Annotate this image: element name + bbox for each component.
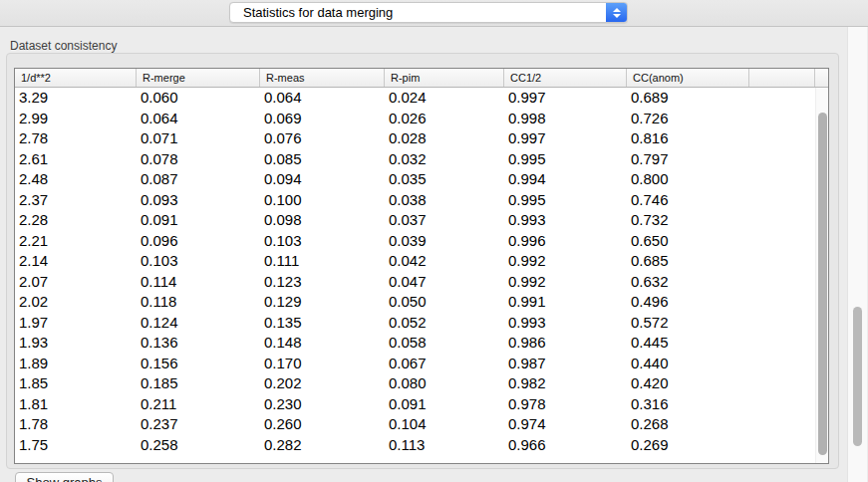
column-header-2[interactable]: R-meas xyxy=(260,69,385,87)
table-cell: 0.113 xyxy=(385,435,504,456)
table-cell: 0.129 xyxy=(260,292,385,313)
table-cell: 0.156 xyxy=(137,354,260,374)
table-scrollbar[interactable] xyxy=(815,88,828,463)
chevron-up-down-icon xyxy=(606,3,627,22)
table-row[interactable]: 1.780.2370.2600.1040.9740.268 xyxy=(15,414,815,435)
table-cell: 0.685 xyxy=(627,251,749,272)
statistics-popup-button[interactable]: Statistics for data merging xyxy=(229,2,628,23)
table-cell: 0.997 xyxy=(504,128,627,149)
column-header-1[interactable]: R-merge xyxy=(137,69,260,87)
table-cell: 0.816 xyxy=(627,128,749,149)
table-cell: 0.260 xyxy=(260,414,385,435)
chevron-down-icon xyxy=(613,14,621,18)
table-cell: 0.797 xyxy=(627,149,749,170)
table-cell: 0.726 xyxy=(627,109,749,129)
window-scrollbar-thumb[interactable] xyxy=(853,307,862,446)
window-scrollbar[interactable] xyxy=(847,27,867,482)
table-cell: 0.047 xyxy=(385,272,504,293)
table-cell: 0.420 xyxy=(627,373,749,394)
table-row[interactable]: 1.850.1850.2020.0800.9820.420 xyxy=(15,373,815,394)
table-cell: 0.071 xyxy=(137,128,260,149)
table-cell: 0.080 xyxy=(385,373,504,394)
table-cell: 0.136 xyxy=(137,333,260,354)
table-cell: 0.211 xyxy=(137,394,260,415)
table-cell: 0.987 xyxy=(504,354,627,374)
table-cell: 0.496 xyxy=(627,292,749,313)
table-row[interactable]: 1.970.1240.1350.0520.9930.572 xyxy=(15,313,815,334)
table-cell: 2.02 xyxy=(15,292,137,313)
table-cell: 0.986 xyxy=(504,333,627,354)
table-cell: 0.650 xyxy=(627,231,749,252)
table-row[interactable]: 2.070.1140.1230.0470.9920.632 xyxy=(15,272,815,293)
table-cell: 0.096 xyxy=(137,231,260,252)
table-cell: 0.995 xyxy=(504,190,627,211)
column-header-5[interactable]: CC(anom) xyxy=(627,69,749,87)
table-cell: 0.085 xyxy=(260,149,385,170)
table-cell: 2.37 xyxy=(15,190,137,211)
table-cell: 0.024 xyxy=(385,88,504,109)
table-cell: 0.050 xyxy=(385,292,504,313)
table-cell: 0.998 xyxy=(504,109,627,129)
table-cell: 0.237 xyxy=(137,414,260,435)
table-cell: 0.992 xyxy=(504,272,627,293)
table-cell: 1.97 xyxy=(15,313,137,334)
table-cell: 0.993 xyxy=(504,313,627,334)
column-header-4[interactable]: CC1/2 xyxy=(504,69,627,87)
table-cell: 2.61 xyxy=(15,149,137,170)
table-cell: 0.992 xyxy=(504,251,627,272)
table-cell: 0.060 xyxy=(137,88,260,109)
table-cell: 0.069 xyxy=(260,109,385,129)
table-row[interactable]: 2.280.0910.0980.0370.9930.732 xyxy=(15,210,815,231)
table-row[interactable]: 2.610.0780.0850.0320.9950.797 xyxy=(15,149,815,170)
table-cell: 2.21 xyxy=(15,231,137,252)
column-header-0[interactable]: 1/d**2 xyxy=(15,69,137,87)
table-cell: 0.124 xyxy=(137,313,260,334)
table-cell: 3.29 xyxy=(15,88,137,109)
table-cell: 0.037 xyxy=(385,210,504,231)
table-cell: 1.78 xyxy=(15,414,137,435)
table-cell: 0.067 xyxy=(385,354,504,374)
column-header-3[interactable]: R-pim xyxy=(385,69,504,87)
table-cell: 0.032 xyxy=(385,149,504,170)
table-row[interactable]: 2.370.0930.1000.0380.9950.746 xyxy=(15,190,815,211)
table-cell: 0.269 xyxy=(627,435,749,456)
table-cell: 0.572 xyxy=(627,313,749,334)
table-body: 3.290.0600.0640.0240.9970.6892.990.0640.… xyxy=(15,88,815,463)
table-cell: 0.123 xyxy=(260,272,385,293)
table-row[interactable]: 2.140.1030.1110.0420.9920.685 xyxy=(15,251,815,272)
table-cell: 0.966 xyxy=(504,435,627,456)
table-row[interactable]: 2.020.1180.1290.0500.9910.496 xyxy=(15,292,815,313)
table-cell: 0.111 xyxy=(260,251,385,272)
table-cell: 0.064 xyxy=(137,109,260,129)
table-cell: 2.07 xyxy=(15,272,137,293)
table-cell: 0.978 xyxy=(504,394,627,415)
table-cell: 0.093 xyxy=(137,190,260,211)
table-cell: 0.440 xyxy=(627,354,749,374)
table-cell: 0.445 xyxy=(627,333,749,354)
table-scrollbar-thumb[interactable] xyxy=(818,113,827,455)
table-row[interactable]: 1.930.1360.1480.0580.9860.445 xyxy=(15,333,815,354)
table-row[interactable]: 1.810.2110.2300.0910.9780.316 xyxy=(15,394,815,415)
show-graphs-button[interactable]: Show graphs xyxy=(15,472,114,482)
table-row[interactable]: 2.990.0640.0690.0260.9980.726 xyxy=(15,109,815,129)
table-row[interactable]: 1.890.1560.1700.0670.9870.440 xyxy=(15,354,815,374)
table-cell: 0.732 xyxy=(627,210,749,231)
table-row[interactable]: 2.480.0870.0940.0350.9940.800 xyxy=(15,169,815,190)
table-cell: 0.091 xyxy=(137,210,260,231)
column-header-empty xyxy=(749,69,815,87)
table-cell: 0.052 xyxy=(385,313,504,334)
table-cell: 0.202 xyxy=(260,373,385,394)
table-row[interactable]: 3.290.0600.0640.0240.9970.689 xyxy=(15,88,815,109)
table-cell: 0.118 xyxy=(137,292,260,313)
table-cell: 0.078 xyxy=(137,149,260,170)
toolbar: Statistics for data merging xyxy=(0,0,868,27)
table-cell: 0.103 xyxy=(137,251,260,272)
table-row[interactable]: 2.780.0710.0760.0280.9970.816 xyxy=(15,128,815,149)
table-row[interactable]: 1.750.2580.2820.1130.9660.269 xyxy=(15,435,815,456)
table-cell: 0.058 xyxy=(385,333,504,354)
table-cell: 0.087 xyxy=(137,169,260,190)
statistics-table: 1/d**2R-mergeR-measR-pimCC1/2CC(anom) 3.… xyxy=(14,68,829,464)
table-row[interactable]: 2.210.0960.1030.0390.9960.650 xyxy=(15,231,815,252)
table-cell: 1.75 xyxy=(15,435,137,456)
table-cell: 2.99 xyxy=(15,109,137,129)
